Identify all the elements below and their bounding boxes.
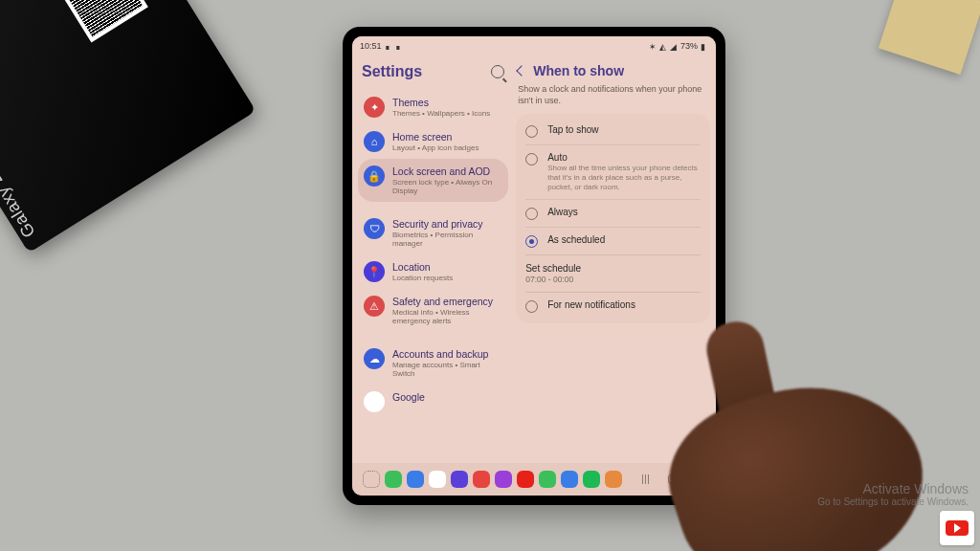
sidebar-item-themes[interactable]: ✦ThemesThemes • Wallpapers • Icons <box>358 90 508 124</box>
sidebar-item-label: Home screen <box>392 131 479 143</box>
google-icon: G <box>364 391 385 412</box>
tablet-device: 10:51 ∎ ∎ ✶ ◭ ◢ 73% ▮ Settings ✦ThemesTh… <box>343 27 725 505</box>
location-icon: 📍 <box>364 261 385 282</box>
youtube-icon[interactable] <box>517 471 534 488</box>
option-tap-to-show[interactable]: Tap to show <box>525 118 701 144</box>
screen: 10:51 ∎ ∎ ✶ ◭ ◢ 73% ▮ Settings ✦ThemesTh… <box>352 36 716 496</box>
chat-icon[interactable] <box>429 471 446 488</box>
sidebar-item-label: Security and privacy <box>392 218 502 230</box>
radio-icon <box>525 153 538 165</box>
youtube-icon <box>946 520 969 536</box>
notif-icon: ∎ <box>385 42 392 50</box>
sidebar-item-label: Accounts and backup <box>392 348 502 360</box>
music-icon[interactable] <box>539 471 556 488</box>
wifi-icon: ◭ <box>659 42 667 50</box>
radio-icon <box>525 300 538 313</box>
status-time: 10:51 <box>360 41 382 51</box>
sidebar-item-security-and-privacy[interactable]: 🛡Security and privacyBiometrics • Permis… <box>358 211 508 254</box>
sidebar-item-google[interactable]: GGoogle <box>358 385 508 419</box>
sidebar-item-safety-and-emergency[interactable]: ⚠Safety and emergencyMedical info • Wire… <box>358 289 508 332</box>
sidebar-item-sub: Layout • App icon badges <box>392 143 479 152</box>
radio-icon <box>525 125 538 138</box>
themes-icon: ✦ <box>364 97 385 118</box>
schedule-label: Set schedule <box>525 263 701 274</box>
shield-icon: 🛡 <box>364 218 385 239</box>
bt-icon: ✶ <box>649 42 657 50</box>
option-label: Always <box>547 207 578 217</box>
sidebar-item-label: Lock screen and AOD <box>392 165 502 177</box>
option-for-new-notifications[interactable]: For new notifications <box>525 292 701 320</box>
youtube-badge <box>940 511 974 545</box>
messages-icon[interactable] <box>407 471 424 488</box>
settings-master-pane: Settings ✦ThemesThemes • Wallpapers • Ic… <box>352 55 512 463</box>
battery-icon: ▮ <box>701 42 708 50</box>
option-label: As scheduled <box>547 234 605 245</box>
browser-icon[interactable] <box>451 471 468 488</box>
sidebar-item-sub: Screen lock type • Always On Display <box>392 178 502 195</box>
sidebar-item-sub: Themes • Wallpapers • Icons <box>392 109 490 118</box>
store-icon[interactable] <box>561 471 578 488</box>
news-icon[interactable] <box>473 471 490 488</box>
product-box: Galaxy Z Fold6 <box>0 0 256 253</box>
radio-icon <box>525 235 538 248</box>
lock-icon: 🔒 <box>364 165 385 187</box>
settings-icon[interactable] <box>495 471 512 488</box>
home-icon: ⌂ <box>364 131 385 152</box>
sidebar-item-sub: Location requests <box>392 274 453 282</box>
sidebar-item-lock-screen-and-aod[interactable]: 🔒Lock screen and AODScreen lock type • A… <box>358 159 508 202</box>
spotify-icon[interactable] <box>583 471 600 488</box>
option-label: Auto <box>547 152 701 163</box>
radio-icon <box>525 208 538 220</box>
sidebar-item-location[interactable]: 📍LocationLocation requests <box>358 254 508 289</box>
search-icon[interactable] <box>491 65 504 78</box>
product-box-brand: Galaxy Z Fold6 <box>0 125 39 241</box>
sidebar-item-home-screen[interactable]: ⌂Home screenLayout • App icon badges <box>358 124 508 159</box>
apps-grid-icon[interactable] <box>363 471 380 488</box>
nav-recents[interactable] <box>639 473 653 486</box>
watermark-sub: Go to Settings to activate Windows. <box>817 496 969 507</box>
schedule-time: 07:00 - 00:00 <box>525 275 701 284</box>
set-schedule-row[interactable]: Set schedule 07:00 - 00:00 <box>525 254 701 292</box>
option-label: Tap to show <box>547 124 598 135</box>
sidebar-item-accounts-and-backup[interactable]: ☁Accounts and backupManage accounts • Sm… <box>358 342 508 385</box>
back-icon[interactable] <box>517 65 527 76</box>
when-to-show-options: Tap to showAutoShow all the time unless … <box>516 114 710 323</box>
detail-title: When to show <box>533 63 624 78</box>
phone-icon[interactable] <box>385 471 402 488</box>
watermark-title: Activate Windows <box>817 481 969 496</box>
option-sub: Show all the time unless your phone dete… <box>547 164 701 192</box>
status-bar: 10:51 ∎ ∎ ✶ ◭ ◢ 73% ▮ <box>352 36 716 55</box>
sidebar-item-sub: Biometrics • Permission manager <box>392 231 502 248</box>
taskbar <box>352 463 716 496</box>
signal-icon: ◢ <box>670 42 678 50</box>
settings-detail-pane: When to show Show a clock and notificati… <box>512 55 716 463</box>
barcode-label <box>35 0 148 42</box>
settings-title: Settings <box>362 63 422 80</box>
option-as-scheduled[interactable]: As scheduled <box>525 227 701 254</box>
sidebar-item-label: Location <box>392 261 453 273</box>
sidebar-item-label: Themes <box>392 97 490 108</box>
option-label: For new notifications <box>547 299 635 310</box>
detail-description: Show a clock and notifications when your… <box>516 82 710 114</box>
option-always[interactable]: Always <box>525 199 701 227</box>
option-auto[interactable]: AutoShow all the time unless your phone … <box>525 144 701 199</box>
windows-watermark: Activate Windows Go to Settings to activ… <box>817 481 969 507</box>
wooden-object <box>879 0 980 75</box>
sidebar-item-label: Google <box>392 391 425 403</box>
status-battery: 73% <box>680 41 698 51</box>
sidebar-item-label: Safety and emergency <box>392 296 502 307</box>
notif-icon: ∎ <box>395 42 403 50</box>
sidebar-item-sub: Manage accounts • Smart Switch <box>392 361 502 378</box>
sidebar-item-sub: Medical info • Wireless emergency alerts <box>392 308 502 325</box>
accounts-icon: ☁ <box>364 348 385 369</box>
sos-icon: ⚠ <box>364 296 385 317</box>
settings-list: ✦ThemesThemes • Wallpapers • Icons⌂Home … <box>358 90 508 419</box>
bag-icon[interactable] <box>605 471 622 488</box>
